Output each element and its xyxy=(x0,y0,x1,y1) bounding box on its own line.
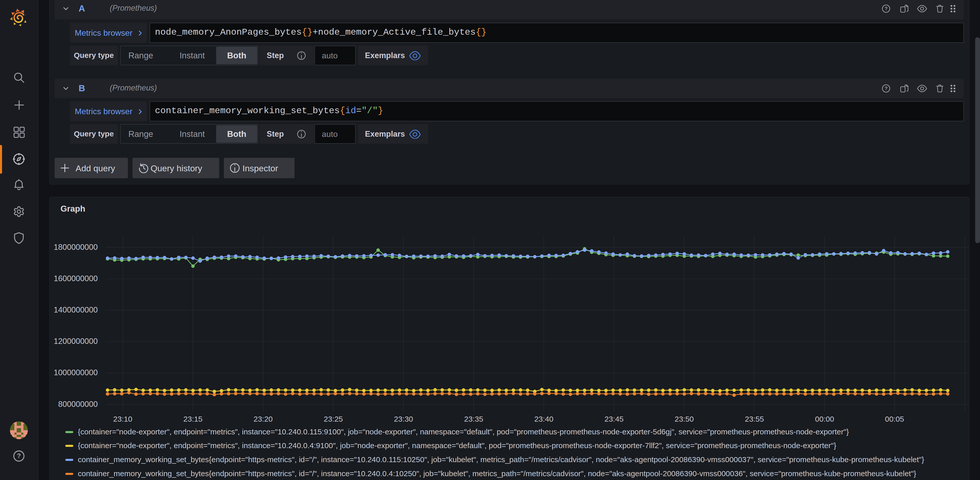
svg-text:?: ? xyxy=(885,86,888,91)
svg-text:?: ? xyxy=(885,6,888,11)
svg-text:?: ? xyxy=(17,452,21,459)
